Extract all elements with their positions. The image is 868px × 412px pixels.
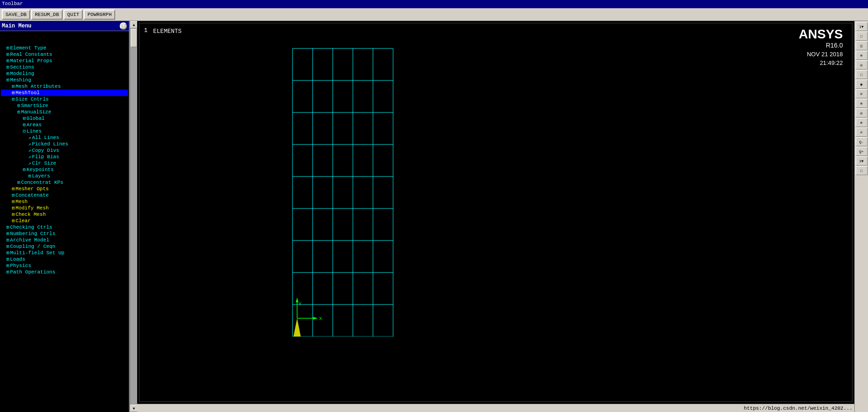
tree-item-numbering-ctrls[interactable]: ⊞Numbering Ctrls bbox=[1, 230, 128, 237]
tree-item-lines[interactable]: ⊟Lines bbox=[1, 128, 128, 134]
tree-item-icon-all-lines: ↗ bbox=[28, 135, 31, 140]
tree-item-size-cntrls[interactable]: ⊞Size Cntrls bbox=[1, 96, 128, 102]
tree-item-loads[interactable]: ⊞Loads bbox=[1, 256, 128, 262]
sidebar-btn-10[interactable]: ◎ bbox=[856, 108, 868, 118]
sidebar-btn-13[interactable]: Q- bbox=[856, 137, 868, 146]
tree-item-finish[interactable]: Finish bbox=[1, 320, 128, 326]
sidebar-btn-14[interactable]: Q+ bbox=[856, 147, 868, 156]
tree-item-label-loads: Loads bbox=[10, 257, 25, 262]
tree-item-mesh-attributes[interactable]: ⊞Mesh Attributes bbox=[1, 83, 128, 90]
sidebar-btn-6[interactable]: □ bbox=[856, 70, 868, 79]
tree-item-solution[interactable]: □Solution bbox=[1, 275, 128, 282]
tree-item-icon-meshing: ⊞ bbox=[6, 77, 9, 83]
tree-item-sections[interactable]: ⊞Sections bbox=[1, 64, 128, 70]
tree-item-label-manualsize: ManualSize bbox=[21, 109, 51, 115]
tree-item-label-clear: Clear bbox=[16, 218, 31, 224]
tree-item-session-editor[interactable]: □Session Editor bbox=[1, 314, 128, 320]
tree-item-mesh[interactable]: ⊞Mesh bbox=[1, 198, 128, 205]
tree-item-icon-multi-field: ⊞ bbox=[6, 250, 9, 256]
tree-item-copy-divs[interactable]: ↗Copy Divs bbox=[1, 147, 128, 154]
tree-item-label-archive-model: Archive Model bbox=[10, 237, 49, 243]
tree-item-check-mesh[interactable]: ⊞Check Mesh bbox=[1, 211, 128, 218]
tree-item-coupling-ceqn[interactable]: ⊞Coupling / Ceqn bbox=[1, 243, 128, 250]
tree-item-timehist-postpro[interactable]: □TimeHist Postpro bbox=[1, 288, 128, 294]
tree-item-icon-prob-design: □ bbox=[1, 302, 4, 307]
tree-container[interactable]: □Preferences□Preprocessor⊞Element Type⊞R… bbox=[0, 31, 129, 412]
tree-item-label-meshing: Meshing bbox=[10, 77, 31, 83]
sidebar-btn-7[interactable]: ◉ bbox=[856, 80, 868, 89]
sidebar-btn-2[interactable]: □ bbox=[856, 32, 868, 41]
sidebar-btn-5[interactable]: ◎ bbox=[856, 60, 868, 70]
tree-item-concentrat-kps[interactable]: ⊞Concentrat KPs bbox=[1, 179, 128, 186]
tree-item-icon-preferences: □ bbox=[1, 33, 4, 38]
save-db-button[interactable]: SAVE_DB bbox=[2, 10, 30, 20]
ansys-title: ANSYS bbox=[799, 27, 843, 42]
tree-item-path-operations[interactable]: ⊞Path Operations bbox=[1, 269, 128, 275]
quit-button[interactable]: QUIT bbox=[64, 10, 83, 20]
tree-item-label-clr-size: Clr Size bbox=[32, 161, 56, 166]
tree-item-layers[interactable]: ⊞Layers bbox=[1, 173, 128, 179]
sidebar-btn-3[interactable]: ◫ bbox=[856, 41, 868, 50]
tree-item-icon-archive-model: ⊞ bbox=[6, 237, 9, 243]
tree-item-preferences[interactable]: □Preferences bbox=[1, 32, 128, 38]
ansys-version: R16.0 bbox=[799, 42, 843, 49]
scroll-track[interactable] bbox=[130, 28, 137, 405]
resum-db-button[interactable]: RESUM_DB bbox=[31, 10, 63, 20]
menu-circle-btn[interactable]: ? bbox=[120, 22, 127, 30]
tree-item-meshtool[interactable]: ⊞MeshTool bbox=[1, 90, 128, 96]
tree-item-label-concentrat-kps: Concentrat KPs bbox=[21, 180, 63, 185]
tree-item-preprocessor[interactable]: □Preprocessor bbox=[1, 38, 128, 45]
sidebar-btn-1[interactable]: 1▼ bbox=[856, 22, 868, 31]
tree-item-concatenate[interactable]: ⊞Concatenate bbox=[1, 192, 128, 198]
tree-item-archive-model[interactable]: ⊞Archive Model bbox=[1, 237, 128, 243]
tree-scrollbar[interactable]: ▲ ▼ bbox=[130, 21, 137, 412]
sidebar-btn-4[interactable]: ⊕ bbox=[856, 51, 868, 60]
tree-item-checking-ctrls[interactable]: ⊞Checking Ctrls bbox=[1, 224, 128, 230]
scroll-thumb[interactable] bbox=[131, 29, 137, 47]
sidebar-btn-9[interactable]: ⊕ bbox=[856, 99, 868, 108]
tree-item-multi-field[interactable]: ⊞Multi-field Set Up bbox=[1, 250, 128, 256]
tree-item-picked-lines[interactable]: ↗Picked Lines bbox=[1, 141, 128, 147]
tree-item-modify-mesh[interactable]: ⊞Modify Mesh bbox=[1, 205, 128, 211]
tree-item-rom-tool[interactable]: □ROM Tool bbox=[1, 294, 128, 301]
tree-item-radiation-opt[interactable]: □Radiation Opt bbox=[1, 307, 128, 314]
sidebar-btn-15[interactable]: 3▼ bbox=[856, 156, 868, 166]
tree-item-icon-modify-mesh: ⊞ bbox=[12, 205, 15, 211]
sidebar-btn-11[interactable]: ⊗ bbox=[856, 118, 868, 127]
tree-item-icon-radiation-opt: □ bbox=[1, 308, 4, 313]
tree-item-flip-bias[interactable]: ↗Flip Bias bbox=[1, 154, 128, 160]
tree-item-label-coupling-ceqn: Coupling / Ceqn bbox=[10, 244, 55, 249]
tree-item-mesher-opts[interactable]: ⊞Mesher Opts bbox=[1, 186, 128, 192]
tree-item-global[interactable]: ⊞Global bbox=[1, 115, 128, 122]
tree-item-label-modify-mesh: Modify Mesh bbox=[16, 205, 49, 211]
scroll-up-arrow[interactable]: ▲ bbox=[130, 21, 138, 28]
sidebar-btn-8[interactable]: ⊘ bbox=[856, 89, 868, 98]
tree-item-clear[interactable]: ⊞Clear bbox=[1, 218, 128, 224]
tree-item-prob-design[interactable]: □Prob Design bbox=[1, 301, 128, 307]
tree-item-modeling[interactable]: ⊞Modeling bbox=[1, 70, 128, 77]
sidebar-btn-16[interactable]: □ bbox=[856, 166, 868, 175]
tree-item-general-postproc[interactable]: □General Postproc bbox=[1, 282, 128, 288]
scroll-down-arrow[interactable]: ▼ bbox=[130, 405, 138, 412]
tree-item-smartsize[interactable]: ⊞SmartSize bbox=[1, 102, 128, 109]
tree-item-areas[interactable]: ⊞Areas bbox=[1, 122, 128, 128]
title-bar: Toolbar bbox=[0, 0, 868, 8]
tree-item-physics[interactable]: ⊞Physics bbox=[1, 262, 128, 269]
sidebar-btn-12[interactable]: ⊙ bbox=[856, 128, 868, 137]
tree-item-element-type[interactable]: ⊞Element Type bbox=[1, 45, 128, 51]
tree-item-keypoints[interactable]: ⊞Keypoints bbox=[1, 166, 128, 173]
tree-item-label-keypoints: Keypoints bbox=[27, 167, 53, 172]
tree-item-manualsize[interactable]: ⊞ManualSize bbox=[1, 109, 128, 115]
tree-item-label-numbering-ctrls: Numbering Ctrls bbox=[10, 231, 55, 236]
tree-item-icon-real-constants: ⊞ bbox=[6, 52, 9, 57]
tree-item-all-lines[interactable]: ↗All Lines bbox=[1, 134, 128, 141]
left-panel: Main Menu ? □Preferences□Preprocessor⊞El… bbox=[0, 21, 130, 412]
tree-item-icon-checking-ctrls: ⊞ bbox=[6, 225, 9, 230]
powrgrph-button[interactable]: POWRGRPH bbox=[84, 10, 115, 20]
tree-item-real-constants[interactable]: ⊞Real Constants bbox=[1, 51, 128, 58]
tree-item-label-physics: Physics bbox=[10, 263, 31, 268]
tree-item-meshing[interactable]: ⊞Meshing bbox=[1, 77, 128, 83]
viewport-area: 1 ELEMENTS ANSYS R16.0 NOV 21 2018 21:49… bbox=[137, 21, 854, 412]
tree-item-material-props[interactable]: ⊞Material Props bbox=[1, 58, 128, 64]
tree-item-clr-size[interactable]: ↗Clr Size bbox=[1, 160, 128, 166]
